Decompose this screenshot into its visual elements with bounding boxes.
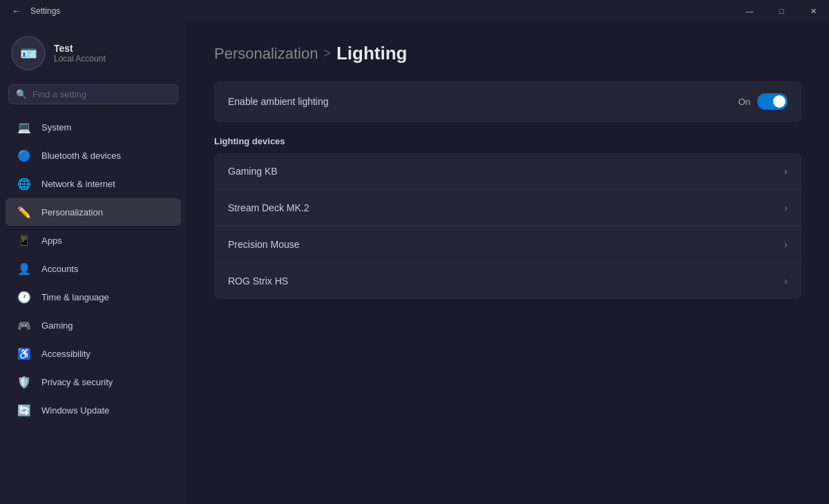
minimize-button[interactable]: — (734, 0, 765, 22)
user-profile[interactable]: 🪪 Test Local Account (0, 22, 187, 81)
ambient-lighting-row[interactable]: Enable ambient lighting On (214, 81, 801, 122)
personalization-icon: ✏️ (17, 204, 32, 220)
chevron-icon-precision-mouse: › (784, 239, 788, 250)
sidebar-label-accounts: Accounts (41, 264, 78, 274)
search-box: 🔍 (8, 84, 178, 104)
back-button[interactable]: ← (8, 3, 25, 19)
sidebar-label-time: Time & language (41, 292, 109, 302)
device-chevron-wrap-gaming-kb: › (784, 166, 788, 177)
sidebar-label-bluetooth: Bluetooth & devices (41, 151, 121, 161)
sidebar-item-gaming[interactable]: 🎮 Gaming (6, 311, 181, 339)
time-icon: 🕐 (17, 289, 32, 304)
user-name: Test (54, 43, 106, 54)
device-row-stream-deck[interactable]: Stream Deck MK.2 › (214, 190, 801, 226)
avatar: 🪪 (11, 36, 46, 70)
sidebar-label-network: Network & internet (41, 179, 115, 189)
sidebar-nav: 💻 System 🔵 Bluetooth & devices 🌐 Network… (0, 113, 187, 425)
breadcrumb-separator: > (323, 46, 331, 61)
ambient-lighting-toggle[interactable] (757, 93, 788, 110)
device-row-precision-mouse[interactable]: Precision Mouse › (214, 226, 801, 263)
sidebar-label-accessibility: Accessibility (41, 349, 90, 359)
apps-icon: 📱 (17, 233, 32, 248)
sidebar-item-personalization[interactable]: ✏️ Personalization (6, 198, 181, 226)
sidebar-item-time[interactable]: 🕐 Time & language (6, 283, 181, 311)
windows-update-icon: 🔄 (17, 403, 32, 418)
user-account: Local Account (54, 54, 106, 64)
avatar-icon: 🪪 (20, 45, 37, 61)
breadcrumb-current: Lighting (336, 43, 408, 64)
user-info: Test Local Account (54, 43, 106, 64)
app-container: 🪪 Test Local Account 🔍 💻 System 🔵 Blueto… (0, 22, 829, 504)
window-controls: — □ ✕ (734, 0, 829, 22)
system-icon: 💻 (17, 119, 32, 135)
device-chevron-wrap-rog-strix: › (784, 275, 788, 287)
lighting-devices-card: Gaming KB › Stream Deck MK.2 › Precision… (214, 153, 801, 299)
titlebar: ← Settings — □ ✕ (0, 0, 829, 22)
sidebar-item-network[interactable]: 🌐 Network & internet (6, 170, 181, 197)
sidebar-item-apps[interactable]: 📱 Apps (6, 226, 181, 254)
toggle-label: On (739, 97, 750, 107)
device-label-gaming-kb: Gaming KB (228, 166, 784, 177)
chevron-icon-gaming-kb: › (784, 166, 788, 177)
sidebar-label-windows-update: Windows Update (41, 405, 109, 416)
sidebar-label-apps: Apps (41, 235, 62, 246)
close-button[interactable]: ✕ (797, 0, 829, 22)
search-icon: 🔍 (16, 89, 27, 99)
sidebar-label-personalization: Personalization (41, 207, 103, 217)
search-input[interactable] (32, 89, 171, 99)
device-chevron-wrap-precision-mouse: › (784, 239, 788, 250)
sidebar-label-gaming: Gaming (41, 320, 73, 331)
sidebar-item-system[interactable]: 💻 System (6, 113, 181, 141)
accessibility-icon: ♿ (17, 346, 32, 361)
sidebar-item-accounts[interactable]: 👤 Accounts (6, 255, 181, 282)
device-row-gaming-kb[interactable]: Gaming KB › (214, 153, 801, 190)
network-icon: 🌐 (17, 176, 32, 191)
lighting-devices-header: Lighting devices (214, 136, 801, 146)
sidebar-item-accessibility[interactable]: ♿ Accessibility (6, 340, 181, 367)
sidebar-item-bluetooth[interactable]: 🔵 Bluetooth & devices (6, 142, 181, 169)
sidebar-item-windows-update[interactable]: 🔄 Windows Update (6, 396, 181, 424)
ambient-lighting-controls: On (739, 93, 788, 110)
device-label-precision-mouse: Precision Mouse (228, 239, 784, 250)
chevron-icon-stream-deck: › (784, 202, 788, 213)
maximize-button[interactable]: □ (765, 0, 797, 22)
device-label-rog-strix: ROG Strix HS (228, 275, 784, 287)
main-content: Personalization > Lighting Enable ambien… (187, 22, 829, 504)
search-container: 🔍 (0, 81, 187, 113)
chevron-icon-rog-strix: › (784, 275, 788, 287)
sidebar: 🪪 Test Local Account 🔍 💻 System 🔵 Blueto… (0, 22, 187, 504)
sidebar-item-privacy[interactable]: 🛡️ Privacy & security (6, 368, 181, 396)
sidebar-label-system: System (41, 122, 71, 133)
ambient-lighting-label: Enable ambient lighting (228, 96, 739, 107)
sidebar-label-privacy: Privacy & security (41, 377, 113, 387)
accounts-icon: 👤 (17, 261, 32, 276)
device-label-stream-deck: Stream Deck MK.2 (228, 202, 784, 213)
titlebar-title: Settings (30, 6, 60, 16)
device-chevron-wrap-stream-deck: › (784, 202, 788, 213)
breadcrumb: Personalization > Lighting (214, 43, 801, 64)
ambient-lighting-card: Enable ambient lighting On (214, 81, 801, 122)
toggle-thumb (773, 95, 785, 108)
breadcrumb-parent[interactable]: Personalization (214, 45, 318, 63)
privacy-icon: 🛡️ (17, 374, 32, 389)
device-row-rog-strix[interactable]: ROG Strix HS › (214, 263, 801, 299)
bluetooth-icon: 🔵 (17, 148, 32, 163)
gaming-icon: 🎮 (17, 318, 32, 333)
